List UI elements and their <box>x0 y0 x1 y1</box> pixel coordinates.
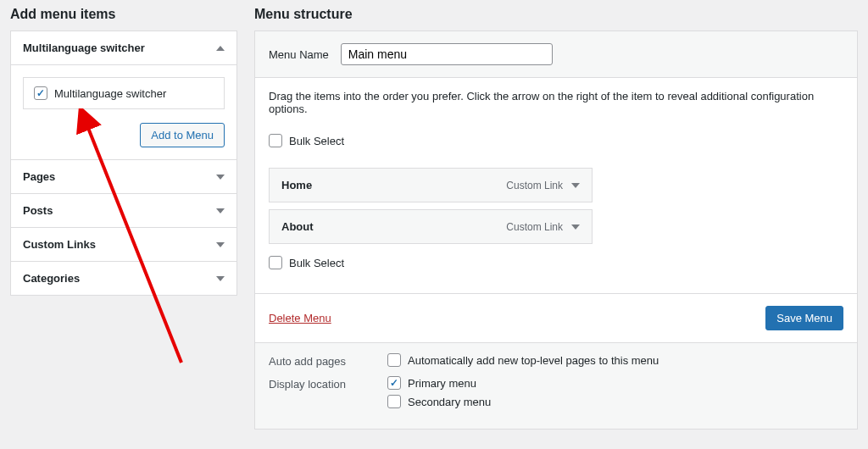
caret-down-icon <box>216 242 225 247</box>
menu-item-type: Custom Link <box>506 221 563 233</box>
secondary-menu-checkbox[interactable] <box>387 395 401 408</box>
menu-item-home[interactable]: Home Custom Link <box>269 168 593 202</box>
menu-name-input[interactable] <box>341 43 553 65</box>
auto-add-checkbox[interactable] <box>387 353 401 367</box>
accordion-label: Categories <box>23 272 80 285</box>
multilanguage-checkbox[interactable] <box>34 86 47 100</box>
bulk-select-top[interactable]: Bulk Select <box>269 129 843 152</box>
menu-panel: Menu Name Drag the items into the order … <box>254 30 858 430</box>
accordion-header-posts[interactable]: Posts <box>11 194 236 227</box>
auto-add-label: Auto add pages <box>269 353 387 368</box>
menu-item-title: Home <box>281 179 312 191</box>
auto-add-option[interactable]: Automatically add new top-level pages to… <box>387 353 659 367</box>
caret-down-icon[interactable] <box>571 224 580 230</box>
multilanguage-checkbox-label: Multilanguage switcher <box>54 87 166 100</box>
primary-menu-checkbox[interactable] <box>387 376 401 390</box>
accordion-container: Multilanguage switcher Multilanguage swi… <box>10 30 237 296</box>
bulk-select-checkbox[interactable] <box>269 134 282 147</box>
delete-menu-link[interactable]: Delete Menu <box>269 312 331 324</box>
accordion-header-categories[interactable]: Categories <box>11 262 236 295</box>
accordion-label: Custom Links <box>23 238 96 251</box>
add-to-menu-button[interactable]: Add to Menu <box>140 123 225 147</box>
menu-item-title: About <box>281 220 314 233</box>
caret-down-icon <box>216 208 225 213</box>
accordion-label: Multilanguage switcher <box>23 42 145 54</box>
caret-down-icon <box>216 276 225 281</box>
bulk-select-bottom[interactable]: Bulk Select <box>269 251 843 274</box>
bulk-select-label: Bulk Select <box>289 135 344 147</box>
menu-item-about[interactable]: About Custom Link <box>269 209 593 244</box>
display-location-primary[interactable]: Primary menu <box>387 376 491 390</box>
save-menu-button[interactable]: Save Menu <box>765 306 843 330</box>
secondary-menu-label: Secondary menu <box>408 396 491 408</box>
menu-name-label: Menu Name <box>269 48 329 61</box>
menu-structure-title: Menu structure <box>254 7 858 22</box>
caret-down-icon <box>216 175 225 180</box>
menu-items-list: Home Custom Link About Custom Link <box>269 168 593 244</box>
instructions-text: Drag the items into the order you prefer… <box>269 90 843 115</box>
bulk-select-label: Bulk Select <box>289 257 344 269</box>
auto-add-option-label: Automatically add new top-level pages to… <box>408 354 659 367</box>
bulk-select-checkbox[interactable] <box>269 256 282 269</box>
multilanguage-checkbox-row[interactable]: Multilanguage switcher <box>23 77 225 109</box>
caret-up-icon <box>216 46 225 51</box>
primary-menu-label: Primary menu <box>408 377 476 390</box>
accordion-label: Pages <box>23 170 55 183</box>
menu-item-type: Custom Link <box>506 180 563 191</box>
accordion-label: Posts <box>23 204 53 217</box>
display-location-secondary[interactable]: Secondary menu <box>387 395 491 408</box>
accordion-header-multilanguage[interactable]: Multilanguage switcher <box>11 31 236 64</box>
caret-down-icon[interactable] <box>571 183 580 188</box>
add-items-title: Add menu items <box>10 7 237 22</box>
display-location-label: Display location <box>269 376 387 391</box>
accordion-header-custom-links[interactable]: Custom Links <box>11 228 236 261</box>
accordion-header-pages[interactable]: Pages <box>11 160 236 193</box>
accordion-multilanguage: Multilanguage switcher Multilanguage swi… <box>11 31 236 160</box>
